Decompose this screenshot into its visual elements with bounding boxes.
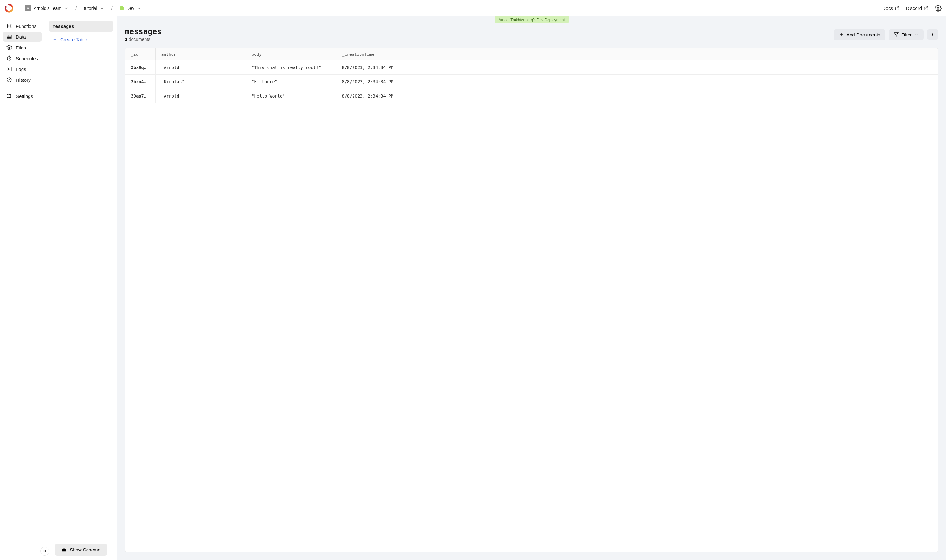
breadcrumb-project[interactable]: tutorial: [82, 5, 106, 12]
cell-body[interactable]: "This chat is really cool!": [246, 60, 336, 75]
svg-marker-7: [7, 45, 12, 48]
nav-history[interactable]: History: [3, 75, 42, 85]
content-area: Arnold Trakhtenberg's Dev Deployment mes…: [117, 17, 946, 560]
nav-settings[interactable]: Settings: [3, 91, 42, 101]
table-row[interactable]: 3bx9q…"Arnold""This chat is really cool!…: [125, 60, 938, 75]
svg-point-18: [8, 94, 9, 95]
external-link-icon: [895, 6, 900, 11]
data-table: _id author body _creationTime 3bx9q…"Arn…: [125, 48, 938, 552]
chevron-down-icon: [100, 6, 104, 11]
svg-point-27: [932, 32, 933, 34]
content-header: messages 3 documents Add Documents Filte…: [125, 27, 938, 42]
layers-icon: [6, 45, 12, 50]
collapse-sidebar-button[interactable]: [40, 547, 49, 555]
column-header-author[interactable]: author: [155, 48, 246, 60]
svg-line-0: [897, 6, 899, 8]
show-schema-button[interactable]: Show Schema: [55, 544, 107, 555]
nav-label: History: [16, 77, 31, 83]
nav-label: Schedules: [16, 56, 38, 61]
cell-creation[interactable]: 8/8/2023, 2:34:34 PM: [336, 60, 938, 75]
svg-line-14: [9, 80, 10, 80]
cell-body[interactable]: "Hello World": [246, 89, 336, 103]
table-item-messages[interactable]: messages: [49, 21, 113, 32]
svg-marker-26: [894, 32, 898, 37]
table-row[interactable]: 3bzn4…"Nicolas""Hi there"8/8/2023, 2:34:…: [125, 75, 938, 89]
nav-schedules[interactable]: Schedules: [3, 53, 42, 63]
topbar-right: Docs Discord: [882, 5, 941, 12]
cell-id[interactable]: 39as7…: [125, 89, 155, 103]
column-header-body[interactable]: body: [246, 48, 336, 60]
chevron-left-double-icon: [42, 549, 47, 553]
nav-logs[interactable]: Logs: [3, 64, 42, 74]
create-table-label: Create Table: [60, 37, 87, 42]
sliders-icon: [6, 93, 12, 99]
table-row[interactable]: 39as7…"Arnold""Hello World"8/8/2023, 2:3…: [125, 89, 938, 103]
chevron-down-icon: [64, 6, 68, 11]
svg-point-29: [932, 35, 933, 37]
logo[interactable]: [5, 4, 13, 13]
breadcrumb-team[interactable]: A Arnold's Team: [23, 4, 70, 13]
topbar: A Arnold's Team / tutorial / Dev Docs Di…: [0, 0, 946, 17]
cell-author[interactable]: "Arnold": [155, 89, 246, 103]
tables-panel: messages Create Table Show Schema: [45, 17, 117, 560]
nav-files[interactable]: Files: [3, 42, 42, 52]
cell-body[interactable]: "Hi there": [246, 75, 336, 89]
deployment-badge: Arnold Trakhtenberg's Dev Deployment: [495, 17, 568, 23]
svg-line-1: [926, 6, 927, 8]
cell-author[interactable]: "Arnold": [155, 60, 246, 75]
svg-rect-3: [7, 35, 11, 38]
sidebar-nav: Functions Data Files Schedules Logs Hist…: [0, 17, 45, 560]
plus-icon: [839, 32, 844, 37]
nav-label: Data: [16, 34, 26, 40]
filter-icon: [894, 32, 899, 37]
chevron-down-icon: [137, 6, 141, 11]
column-header-creation[interactable]: _creationTime: [336, 48, 938, 60]
stopwatch-icon: [6, 55, 12, 61]
function-icon: [6, 23, 12, 29]
breadcrumb-environment[interactable]: Dev: [117, 5, 143, 12]
settings-icon[interactable]: [935, 5, 941, 12]
more-actions-button[interactable]: [927, 29, 938, 40]
svg-point-2: [937, 7, 939, 9]
svg-rect-11: [7, 67, 11, 71]
cell-id[interactable]: 3bzn4…: [125, 75, 155, 89]
cell-author[interactable]: "Nicolas": [155, 75, 246, 89]
add-documents-button[interactable]: Add Documents: [834, 29, 886, 40]
cell-creation[interactable]: 8/8/2023, 2:34:34 PM: [336, 89, 938, 103]
briefcase-icon: [62, 547, 66, 552]
nav-divider: [3, 88, 42, 88]
svg-point-20: [8, 97, 9, 98]
status-dot-icon: [119, 6, 124, 11]
external-link-icon: [924, 6, 928, 11]
chevron-down-icon: [914, 32, 919, 37]
cell-id[interactable]: 3bx9q…: [125, 60, 155, 75]
nav-label: Logs: [16, 66, 26, 72]
filter-button[interactable]: Filter: [889, 29, 924, 40]
svg-rect-23: [62, 549, 66, 551]
docs-link[interactable]: Docs: [882, 5, 900, 11]
team-name: Arnold's Team: [34, 6, 62, 11]
nav-label: Files: [16, 45, 26, 50]
filter-label: Filter: [901, 32, 912, 37]
document-count: 3 documents: [125, 37, 162, 42]
plus-icon: [52, 37, 57, 42]
cell-creation[interactable]: 8/8/2023, 2:34:34 PM: [336, 75, 938, 89]
nav-functions[interactable]: Functions: [3, 21, 42, 31]
project-name: tutorial: [84, 6, 97, 11]
nav-label: Functions: [16, 23, 37, 29]
svg-point-19: [10, 95, 11, 97]
discord-link[interactable]: Discord: [906, 5, 928, 11]
svg-point-28: [932, 34, 933, 35]
show-schema-label: Show Schema: [70, 547, 100, 552]
add-documents-label: Add Documents: [846, 32, 880, 37]
nav-label: Settings: [16, 94, 33, 99]
table-icon: [6, 34, 12, 40]
create-table-button[interactable]: Create Table: [49, 34, 113, 45]
team-avatar: A: [25, 5, 31, 11]
column-header-id[interactable]: _id: [125, 48, 155, 60]
nav-data[interactable]: Data: [3, 32, 42, 42]
breadcrumb-separator: /: [110, 5, 114, 11]
breadcrumb: A Arnold's Team / tutorial / Dev: [23, 4, 143, 13]
terminal-icon: [6, 66, 12, 72]
breadcrumb-separator: /: [74, 5, 79, 11]
